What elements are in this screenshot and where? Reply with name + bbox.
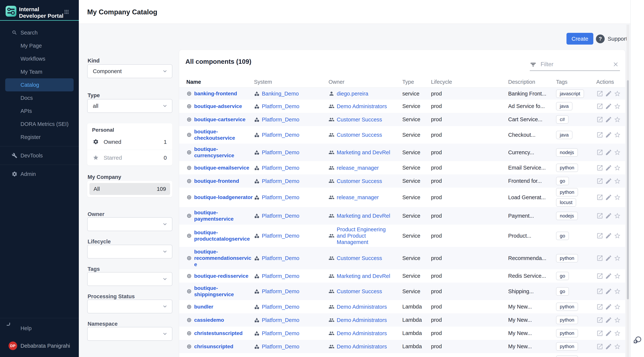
open-in-new-icon[interactable] (596, 90, 604, 97)
edit-icon[interactable] (605, 316, 612, 324)
system-link[interactable]: Banking_Demo (262, 91, 299, 97)
star-icon[interactable] (614, 90, 621, 97)
system-link[interactable]: Platform_Demo (262, 194, 299, 200)
sidebar-item-my-team[interactable]: My Team (5, 65, 74, 78)
owner-link[interactable]: Demo Administrators (337, 304, 387, 310)
column-header-name[interactable]: Name (186, 79, 254, 85)
sidebar-item-docs[interactable]: Docs (5, 91, 74, 105)
open-in-new-icon[interactable] (596, 212, 604, 219)
star-icon[interactable] (614, 116, 621, 123)
sidebar-item-devtools[interactable]: DevTools (5, 149, 74, 162)
owner-link[interactable]: Marketing and DevRel (337, 213, 390, 219)
entity-name-link[interactable]: boutique-frontend (194, 178, 239, 184)
edit-icon[interactable] (605, 330, 612, 337)
star-icon[interactable] (614, 255, 621, 262)
entity-name-link[interactable]: boutique-paymentservice (194, 209, 254, 222)
chat-support-icon[interactable] (632, 335, 642, 346)
open-in-new-icon[interactable] (596, 103, 604, 110)
edit-icon[interactable] (605, 178, 612, 185)
edit-icon[interactable] (605, 131, 612, 138)
owner-link[interactable]: diego.pereira (337, 91, 368, 97)
company-filter-all[interactable]: All 109 (90, 183, 170, 195)
edit-icon[interactable] (605, 255, 612, 262)
entity-name-link[interactable]: boutique-adservice (194, 103, 242, 110)
open-in-new-icon[interactable] (596, 330, 604, 337)
owner-link[interactable]: Demo Administrators (337, 317, 387, 323)
open-in-new-icon[interactable] (596, 303, 604, 310)
sidebar-item-help[interactable]: Help (5, 321, 74, 335)
system-link[interactable]: Platform_Demo (262, 255, 299, 261)
entity-name-link[interactable]: chrisunscripted (194, 343, 233, 350)
owner-link[interactable]: Customer Success (337, 116, 382, 123)
sidebar-item-admin[interactable]: Admin (5, 168, 74, 181)
star-icon[interactable] (614, 212, 621, 219)
system-link[interactable]: Platform_Demo (262, 178, 299, 184)
entity-name-link[interactable]: boutique-emailservice (194, 165, 249, 171)
star-icon[interactable] (614, 330, 621, 337)
star-icon[interactable] (614, 232, 621, 239)
table-filter-input[interactable] (540, 60, 604, 69)
owner-link[interactable]: Product Engineering and Product Manageme… (337, 226, 394, 245)
entity-name-link[interactable]: bundler (194, 304, 213, 310)
open-in-new-icon[interactable] (596, 149, 604, 156)
owner-link[interactable]: Customer Success (337, 178, 382, 184)
open-in-new-icon[interactable] (596, 255, 604, 262)
edit-icon[interactable] (605, 356, 612, 357)
personal-filter-owned[interactable]: Owned1 (87, 134, 172, 150)
star-icon[interactable] (614, 356, 621, 357)
owner-link[interactable]: Marketing and DevRel (337, 273, 390, 279)
user-menu[interactable]: DP Debabrata Panigrahi (5, 336, 74, 355)
star-icon[interactable] (614, 343, 621, 350)
edit-icon[interactable] (605, 303, 612, 310)
entity-name-link[interactable]: boutique-redisservice (194, 273, 248, 279)
processing-status-select[interactable] (87, 299, 172, 313)
tags-select[interactable] (87, 272, 172, 286)
star-icon[interactable] (614, 103, 621, 110)
system-link[interactable]: Platform_Demo (262, 343, 299, 350)
edit-icon[interactable] (605, 103, 612, 110)
entity-name-link[interactable]: cassiedemo (194, 317, 224, 323)
edit-icon[interactable] (605, 232, 612, 239)
system-link[interactable]: Platform_Demo (262, 213, 299, 219)
entity-name-link[interactable]: banking-frontend (194, 91, 237, 97)
owner-link[interactable]: Customer Success (337, 288, 382, 294)
system-link[interactable]: Platform_Demo (262, 330, 299, 336)
entity-name-link[interactable]: boutique-cartservice (194, 116, 246, 123)
sidebar-item-dora-metrics-sei-[interactable]: DORA Metrics (SEI) (5, 118, 74, 131)
edit-icon[interactable] (605, 194, 612, 201)
open-in-new-icon[interactable] (596, 316, 604, 324)
apps-grid-icon[interactable] (64, 9, 69, 15)
namespace-select[interactable] (87, 327, 172, 341)
sidebar-item-catalog[interactable]: Catalog (5, 78, 74, 91)
open-in-new-icon[interactable] (596, 131, 604, 138)
entity-name-link[interactable]: boutique-shippingservice (194, 285, 254, 298)
edit-icon[interactable] (605, 116, 612, 123)
owner-link[interactable]: Customer Success (337, 255, 382, 261)
entity-name-link[interactable]: boutique-checkoutservice (194, 129, 254, 141)
edit-icon[interactable] (605, 343, 612, 350)
system-link[interactable]: Platform_Demo (262, 165, 299, 171)
owner-link[interactable]: Demo Administrators (337, 103, 387, 110)
star-icon[interactable] (614, 316, 621, 324)
open-in-new-icon[interactable] (596, 164, 604, 171)
owner-link[interactable]: Demo Administrators (337, 330, 387, 336)
entity-name-link[interactable]: boutique-loadgenerator (194, 194, 253, 200)
star-icon[interactable] (614, 164, 621, 171)
star-icon[interactable] (614, 149, 621, 156)
open-in-new-icon[interactable] (596, 178, 604, 185)
entity-name-link[interactable]: boutique-currencyservice (194, 146, 254, 159)
type-select[interactable]: all (87, 99, 172, 113)
open-in-new-icon[interactable] (596, 194, 604, 201)
kind-select[interactable]: Component (87, 64, 172, 78)
edit-icon[interactable] (605, 272, 612, 280)
open-in-new-icon[interactable] (596, 343, 604, 350)
clear-filter-icon[interactable] (612, 61, 619, 68)
sidebar-item-apis[interactable]: APIs (5, 105, 74, 118)
open-in-new-icon[interactable] (596, 232, 604, 239)
lifecycle-select[interactable] (87, 245, 172, 258)
owner-link[interactable]: Customer Success (337, 132, 382, 138)
system-link[interactable]: Platform_Demo (262, 304, 299, 310)
open-in-new-icon[interactable] (596, 272, 604, 280)
entity-name-link[interactable]: boutique-recommendationservice (194, 249, 254, 268)
system-link[interactable]: Platform_Demo (262, 288, 299, 294)
